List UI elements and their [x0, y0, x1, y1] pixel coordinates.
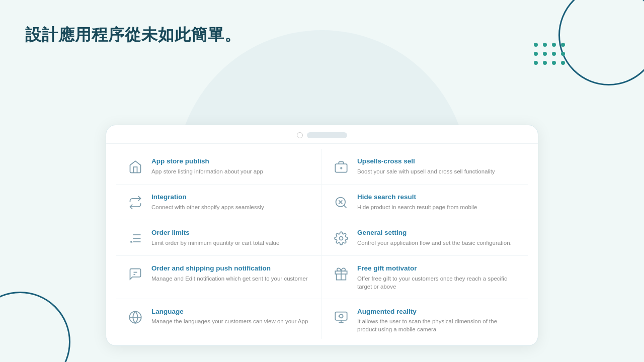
- notification-icon: [126, 265, 144, 283]
- menu-item-free-gift-motivator-title: Free gift motivator: [357, 264, 518, 273]
- menu-item-app-store-publish-title: App store publish: [151, 157, 311, 166]
- menu-item-augmented-reality[interactable]: Augmented reality It allows the user to …: [322, 299, 528, 339]
- menu-item-augmented-reality-desc: It allows the user to scan the physical …: [357, 317, 518, 333]
- store-icon: [126, 158, 144, 176]
- svg-line-4: [344, 205, 346, 208]
- integration-icon: [126, 194, 144, 212]
- menu-item-free-gift-motivator[interactable]: Free gift motivator Offer free gift to y…: [322, 256, 528, 299]
- menu-item-general-setting[interactable]: General setting Control your application…: [322, 220, 528, 256]
- svg-rect-20: [335, 312, 347, 320]
- menu-item-integration-title: Integration: [151, 193, 311, 202]
- menu-item-order-shipping-notification-desc: Manage and Edit notification which get s…: [151, 275, 311, 283]
- menu-item-integration[interactable]: Integration Connect with other shopify a…: [116, 185, 322, 220]
- menu-item-upsells-cross-sell[interactable]: Upsells-cross sell Boost your sale with …: [322, 149, 528, 185]
- hide-search-icon: [332, 194, 350, 212]
- settings-icon: [332, 229, 350, 247]
- page-title: 設計應用程序從未如此簡單。: [25, 24, 241, 46]
- svg-point-13: [340, 237, 343, 240]
- menu-item-general-setting-title: General setting: [357, 228, 518, 237]
- dots-decoration: [534, 43, 566, 66]
- menu-item-language-title: Language: [151, 307, 311, 316]
- menu-item-free-gift-motivator-text: Free gift motivator Offer free gift to y…: [357, 264, 518, 291]
- menu-item-hide-search-result-desc: Hide product in search result page from …: [357, 203, 518, 211]
- menu-item-order-limits-title: Order limits: [151, 228, 311, 237]
- menu-item-augmented-reality-title: Augmented reality: [357, 307, 518, 316]
- menu-item-app-store-publish-desc: App store listing information about your…: [151, 167, 311, 175]
- menu-item-upsells-cross-sell-desc: Boost your sale with upsell and cross se…: [357, 167, 518, 175]
- ar-icon: [332, 308, 350, 326]
- gift-icon: [332, 265, 350, 283]
- menu-item-hide-search-result-title: Hide search result: [357, 193, 518, 202]
- menu-item-language-text: Language Manage the languages your custo…: [151, 307, 311, 326]
- menu-item-order-limits[interactable]: Order limits Limit order by minimum quan…: [116, 220, 322, 256]
- menu-item-augmented-reality-text: Augmented reality It allows the user to …: [357, 307, 518, 334]
- decorative-circle-bottom-left: [0, 292, 70, 362]
- menu-item-hide-search-result-text: Hide search result Hide product in searc…: [357, 193, 518, 211]
- menu-item-upsells-cross-sell-title: Upsells-cross sell: [357, 157, 518, 166]
- device-topbar: [106, 125, 538, 144]
- menu-item-free-gift-motivator-desc: Offer free gift to your customers once t…: [357, 275, 518, 291]
- menu-item-order-limits-text: Order limits Limit order by minimum quan…: [151, 228, 311, 247]
- menu-item-general-setting-desc: Control your application flow and set th…: [357, 239, 518, 247]
- menu-item-app-store-publish[interactable]: App store publish App store listing info…: [116, 149, 322, 185]
- menu-item-hide-search-result[interactable]: Hide search result Hide product in searc…: [322, 185, 528, 220]
- topbar-pill: [307, 132, 347, 138]
- menu-item-integration-desc: Connect with other shopify apps seamless…: [151, 203, 311, 211]
- menu-container: App store publish App store listing info…: [106, 144, 538, 339]
- svg-point-23: [340, 314, 343, 318]
- menu-item-upsells-cross-sell-text: Upsells-cross sell Boost your sale with …: [357, 157, 518, 175]
- menu-item-order-shipping-notification[interactable]: Order and shipping push notification Man…: [116, 256, 322, 299]
- order-limits-icon: [126, 229, 144, 247]
- menu-item-language-desc: Manage the languages your customers can …: [151, 317, 311, 325]
- menu-item-general-setting-text: General setting Control your application…: [357, 228, 518, 247]
- menu-item-language[interactable]: Language Manage the languages your custo…: [116, 299, 322, 339]
- decorative-circle-top-right: [558, 0, 644, 85]
- language-icon: [126, 308, 144, 326]
- menu-item-order-limits-desc: Limit order by minimum quantity or cart …: [151, 239, 311, 247]
- menu-item-order-shipping-notification-title: Order and shipping push notification: [151, 264, 311, 273]
- device-frame: App store publish App store listing info…: [106, 125, 538, 346]
- upsell-icon: [332, 158, 350, 176]
- menu-item-app-store-publish-text: App store publish App store listing info…: [151, 157, 311, 175]
- menu-item-integration-text: Integration Connect with other shopify a…: [151, 193, 311, 211]
- menu-item-order-shipping-notification-text: Order and shipping push notification Man…: [151, 264, 311, 283]
- topbar-circle-icon: [297, 132, 303, 138]
